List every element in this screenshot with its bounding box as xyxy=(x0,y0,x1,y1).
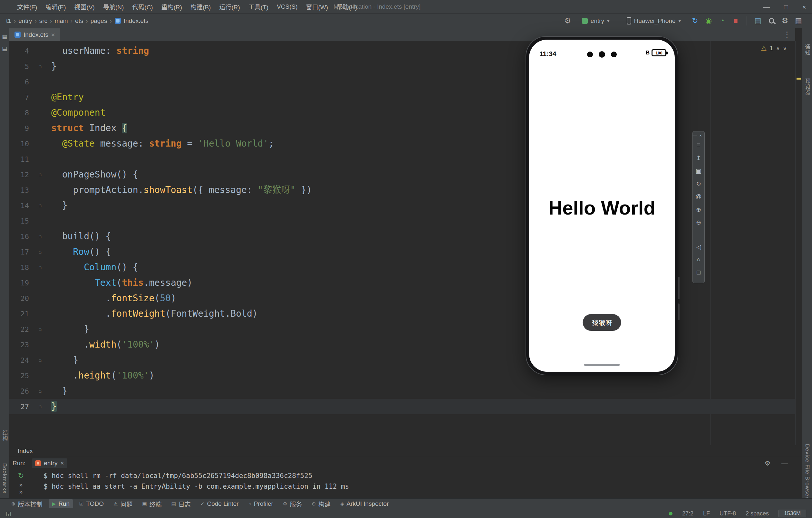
collapse-toolbar-icon[interactable]: — xyxy=(692,133,697,138)
mention-icon[interactable]: @ xyxy=(693,190,704,203)
left-stripe-label[interactable]: 结构 xyxy=(1,430,9,441)
toolwindow-button[interactable]: ⚠问题 xyxy=(110,499,136,509)
line-number[interactable]: 10 xyxy=(9,140,29,148)
menu-item[interactable]: 运行(R) xyxy=(215,0,244,13)
line-number[interactable]: 27 xyxy=(9,403,29,411)
menu-item[interactable]: 工具(T) xyxy=(244,0,272,13)
line-number[interactable]: 15 xyxy=(9,217,29,225)
breadcrumb-index[interactable]: Index xyxy=(18,448,33,455)
run-settings-gear-icon[interactable]: ⚙ xyxy=(765,459,771,467)
line-number[interactable]: 7 xyxy=(9,93,29,101)
minimize-window-icon[interactable]: — xyxy=(763,4,770,10)
project-icon[interactable]: ▦ xyxy=(2,33,7,40)
menu-item[interactable]: VCS(S) xyxy=(272,0,301,13)
menu-item[interactable]: 代码(C) xyxy=(128,0,157,13)
prev-issue-icon[interactable]: ∧ xyxy=(776,45,780,52)
line-number[interactable]: 25 xyxy=(9,372,29,380)
warning-stripe-mark[interactable] xyxy=(796,78,801,80)
breadcrumb-item[interactable]: src xyxy=(38,18,49,25)
line-number[interactable]: 9 xyxy=(9,124,29,132)
line-number[interactable]: 14 xyxy=(9,202,29,210)
toolwindow-button[interactable]: ▤日志 xyxy=(168,499,194,509)
fold-marker-icon[interactable]: ⌂ xyxy=(29,249,51,255)
line-number[interactable]: 26 xyxy=(9,387,29,395)
line-number[interactable]: 22 xyxy=(9,325,29,333)
search-everywhere-icon[interactable] xyxy=(765,16,777,26)
scroll-down-icon[interactable]: » xyxy=(19,483,23,487)
screenshot-icon[interactable]: ▣ xyxy=(693,164,704,177)
menu-item[interactable]: 窗口(W) xyxy=(301,0,332,13)
stop-icon[interactable]: ■ xyxy=(730,16,742,26)
sync-settings-icon[interactable]: ⚙ xyxy=(562,16,574,26)
fold-marker-icon[interactable]: ⌂ xyxy=(29,326,51,332)
restart-app-icon[interactable]: ↻ xyxy=(689,16,701,26)
toolwindow-button[interactable]: ◈ArkUI Inspector xyxy=(337,499,392,508)
line-number[interactable]: 4 xyxy=(9,47,29,55)
fold-marker-icon[interactable]: ⌂ xyxy=(29,388,51,394)
structure-panel-icon[interactable]: ▤ xyxy=(2,45,7,52)
menu-item[interactable]: 重构(R) xyxy=(157,0,186,13)
line-number[interactable]: 13 xyxy=(9,186,29,194)
toolwindow-button[interactable]: ✓Code Linter xyxy=(197,499,242,508)
scroll-end-icon[interactable]: » xyxy=(19,490,23,494)
line-number[interactable]: 21 xyxy=(9,310,29,318)
fold-marker-icon[interactable]: ⌂ xyxy=(29,403,51,410)
run-config-selector[interactable]: entry ▾ xyxy=(579,16,613,26)
rotate-icon[interactable]: ↻ xyxy=(693,177,704,190)
right-stripe-label[interactable]: 通知 xyxy=(803,44,811,56)
close-run-tab-icon[interactable]: × xyxy=(60,460,64,467)
fold-marker-icon[interactable]: ⌂ xyxy=(29,357,51,363)
hide-panel-icon[interactable]: — xyxy=(781,460,788,467)
menu-item[interactable]: 构建(B) xyxy=(186,0,215,13)
profiler-icon[interactable]: ◔ xyxy=(716,16,728,26)
fold-marker-icon[interactable]: ⌂ xyxy=(29,172,51,178)
breadcrumb-file[interactable]: Index.ets xyxy=(122,18,150,25)
back-icon[interactable]: ◁ xyxy=(693,240,704,253)
to-top-icon[interactable]: ↥ xyxy=(693,151,704,164)
line-number[interactable]: 19 xyxy=(9,279,29,287)
toolwindow-button[interactable]: ▶Run xyxy=(49,499,73,508)
left-stripe-label[interactable]: Bookmarks xyxy=(1,463,8,493)
breadcrumb-item[interactable]: entry xyxy=(17,18,33,25)
toolwindow-button[interactable]: ☑TODO xyxy=(76,499,107,508)
device-file-browser-icon[interactable]: ▤ xyxy=(752,16,764,26)
toolwindow-switcher-icon[interactable]: ◱ xyxy=(6,510,11,517)
more-tools-icon[interactable]: ▦ xyxy=(793,16,804,26)
right-stripe-label[interactable]: Device File Browser xyxy=(804,444,810,499)
toolwindow-button[interactable]: ⚙服务 xyxy=(279,499,306,509)
inspections-widget[interactable]: ⚠ 1 ∧ ∨ xyxy=(761,44,787,52)
indent-setting[interactable]: 2 spaces xyxy=(746,510,769,517)
previewer-screen[interactable]: 11:34 B 100 Hello World 黎猴呀 xyxy=(529,40,675,372)
editor-scrollbar[interactable] xyxy=(795,41,802,445)
breadcrumb-item[interactable]: pages xyxy=(89,18,109,25)
code-line[interactable]: 27⌂} xyxy=(9,399,795,414)
toolwindow-button[interactable]: ⊙构建 xyxy=(308,499,334,509)
next-issue-icon[interactable]: ∨ xyxy=(783,45,787,52)
menu-item[interactable]: 文件(F) xyxy=(13,0,41,13)
line-number[interactable]: 8 xyxy=(9,109,29,117)
settings-icon[interactable]: ⚙ xyxy=(779,16,791,26)
line-number[interactable]: 18 xyxy=(9,264,29,272)
fold-marker-icon[interactable]: ⌂ xyxy=(29,233,51,240)
rerun-icon[interactable]: ↻ xyxy=(18,471,24,480)
line-number[interactable]: 23 xyxy=(9,341,29,349)
volume-up-icon[interactable]: ⊕ xyxy=(693,203,704,216)
line-number[interactable]: 16 xyxy=(9,233,29,241)
volume-down-icon[interactable]: ⊖ xyxy=(693,216,704,229)
close-window-icon[interactable]: × xyxy=(802,4,806,10)
run-tab-entry[interactable]: entry × xyxy=(32,458,67,468)
fold-marker-icon[interactable]: ⌂ xyxy=(29,63,51,69)
line-number[interactable]: 12 xyxy=(9,171,29,179)
debug-icon[interactable]: ◉ xyxy=(703,16,714,26)
recents-icon[interactable]: □ xyxy=(693,266,704,279)
file-encoding[interactable]: UTF-8 xyxy=(720,510,736,517)
close-toolbar-icon[interactable]: × xyxy=(699,133,702,138)
breadcrumb-item[interactable]: main xyxy=(53,18,69,25)
line-separator[interactable]: LF xyxy=(703,510,710,517)
line-number[interactable]: 6 xyxy=(9,78,29,86)
toolwindow-button[interactable]: ◔Profiler xyxy=(245,499,277,508)
caret-position[interactable]: 27:2 xyxy=(682,510,693,517)
line-number[interactable]: 24 xyxy=(9,356,29,364)
right-stripe-label[interactable]: 预览器 xyxy=(803,78,811,95)
list-icon[interactable]: ≡ xyxy=(693,139,704,151)
